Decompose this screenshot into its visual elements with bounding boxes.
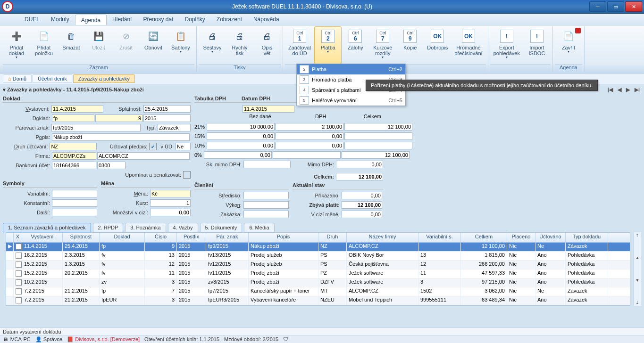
konst-field[interactable]	[52, 199, 97, 207]
bank-a[interactable]	[52, 162, 96, 169]
gh-15[interactable]: Typ dokladu	[566, 233, 608, 242]
parznak-field[interactable]	[51, 124, 141, 131]
gh-1[interactable]: X	[14, 233, 22, 242]
gtab-5[interactable]: 6. Média	[244, 223, 274, 232]
dalsi-field[interactable]	[52, 209, 97, 216]
mimo-dph[interactable]	[336, 161, 383, 168]
dd-Platba[interactable]: 2PlatbaCtrl+2	[297, 64, 405, 74]
collapse-icon[interactable]: ▾	[3, 87, 7, 92]
gh-2[interactable]: Vystavení	[22, 233, 63, 242]
menu-zobrazení[interactable]: Zobrazení	[211, 14, 248, 25]
gh-12[interactable]: Celkem	[461, 233, 507, 242]
doklad-a[interactable]	[52, 114, 94, 122]
popis-field[interactable]	[52, 133, 190, 141]
ribbon-sestavy[interactable]: 🖨Sestavy▾	[199, 26, 226, 64]
dd-Haléřové vyrovnání[interactable]: 5Haléřové vyrovnáníCtrl+5	[297, 95, 405, 106]
menu-přenosy dat[interactable]: Přenosy dat	[137, 14, 179, 25]
firma-a[interactable]	[52, 152, 96, 160]
gh-8[interactable]: Popis	[249, 233, 318, 242]
vud-field[interactable]	[176, 143, 191, 150]
gh-14[interactable]: Účtováno	[535, 233, 566, 242]
ribbon-import[interactable]: !ImportISDOC	[523, 26, 551, 64]
menu-moduly[interactable]: Moduly	[45, 14, 75, 25]
breadcrumb-1[interactable]: Účetní deník	[33, 74, 72, 83]
table-row[interactable]: 10.2.2015zv32015zv3/2015Prodej zbožíDZFV…	[6, 278, 630, 287]
minimize-button[interactable]: ─	[589, 1, 606, 12]
ribbon-smazat[interactable]: 🗑Smazat	[58, 26, 85, 64]
table-row[interactable]: ▶11.4.201525.4.2015fp92015fp9/2015Nákup …	[6, 243, 630, 252]
splatnost-field[interactable]	[143, 105, 191, 113]
celkem-field[interactable]	[336, 173, 383, 180]
ribbon-kurzove[interactable]: Ctrl7Kurzovérozdíly▾	[369, 26, 396, 64]
ribbon-zauctovat[interactable]: Ctrl1Zaúčtovatdo ÚD	[285, 26, 314, 64]
close-button[interactable]: ✕	[625, 1, 642, 12]
breadcrumb-2[interactable]: Závazky a pohledávky	[73, 74, 135, 83]
grid-scrollbar[interactable]: ⤒▲▼⤓	[633, 232, 641, 306]
gh-6[interactable]: Postfix	[177, 233, 206, 242]
ribbon-kopie[interactable]: Ctrl9Kopie	[396, 26, 424, 64]
ribbon-zavrit[interactable]: 📄Zavřít▾	[555, 26, 582, 64]
ribbon-sablony[interactable]: 📋Šablony▾	[167, 26, 194, 64]
table-row[interactable]: 16.2.20152.3.2015fv132015fv13/2015Prodej…	[6, 252, 630, 261]
doklad-b[interactable]	[95, 114, 142, 122]
table-row[interactable]: 15.2.20151.3.2015fv122015fv12/2015Prodej…	[6, 261, 630, 270]
gh-11[interactable]: Variabilní s.	[418, 233, 461, 242]
kurz-field[interactable]	[150, 199, 191, 207]
record-nav[interactable]: |◀◀▶▶|	[606, 87, 641, 93]
ribbon-rychly-tisk[interactable]: 🖨Rychlýtisk	[226, 26, 253, 64]
upominat-check[interactable]	[183, 171, 191, 179]
bank-b[interactable]	[97, 162, 125, 169]
app-icon: D	[2, 1, 13, 12]
gtab-1[interactable]: 2. RPDP	[93, 223, 124, 232]
datum-dph[interactable]	[243, 105, 294, 113]
stredisko-field[interactable]	[243, 192, 289, 199]
gh-4[interactable]: Doklad	[100, 233, 145, 242]
mnozstvi-field[interactable]	[150, 209, 191, 216]
zbyva-field[interactable]	[342, 201, 382, 209]
ribbon-opis-vet[interactable]: 🖨Opisvět	[253, 26, 281, 64]
zakazka-field[interactable]	[243, 211, 289, 218]
ribbon-platba[interactable]: Ctrl2Platba▾	[314, 26, 342, 64]
gh-9[interactable]: Druh	[318, 233, 347, 242]
table-row[interactable]: 7.2.201521.2.2015fpEUR32015fpEUR3/2015Vy…	[6, 296, 630, 305]
gh-0[interactable]	[6, 233, 14, 242]
gtab-0[interactable]: 1. Seznam závazků a pohledávek	[3, 223, 91, 232]
gtab-4[interactable]: 5. Dokumenty	[200, 223, 243, 232]
grid-tabs: 1. Seznam závazků a pohledávek2. RPDP3. …	[0, 221, 644, 232]
gh-3[interactable]: Splatnost	[63, 233, 100, 242]
maximize-button[interactable]: ▭	[607, 1, 624, 12]
vystaveni-field[interactable]	[51, 105, 103, 113]
prik-field[interactable]	[342, 192, 382, 199]
mena-field[interactable]	[150, 190, 191, 197]
menu-duel[interactable]: DUEL	[19, 14, 45, 25]
gtab-2[interactable]: 3. Poznámka	[125, 223, 166, 232]
ribbon-export[interactable]: !Exportpohledávek▾	[490, 26, 523, 64]
menu-nápověda[interactable]: Nápověda	[248, 14, 285, 25]
menu-hledání[interactable]: Hledání	[107, 14, 137, 25]
ribbon-zalohy[interactable]: Ctrl6Zálohy	[342, 26, 369, 64]
druh-field[interactable]	[50, 143, 97, 150]
doklad-c[interactable]	[143, 114, 191, 122]
gtab-3[interactable]: 4. Vazby	[168, 223, 198, 232]
gh-10[interactable]: Název firmy	[347, 233, 418, 242]
table-row[interactable]: 7.2.201521.2.2015fp72015fp7/2015Kancelář…	[6, 287, 630, 296]
gh-13[interactable]: Placeno	[507, 233, 535, 242]
ribbon-obnovit[interactable]: 🔄Obnovit	[140, 26, 167, 64]
vykon-field[interactable]	[243, 201, 289, 209]
sk-mimo[interactable]	[243, 161, 291, 168]
ribbon-hromadne[interactable]: OKHromadnépřečíslování	[451, 26, 485, 64]
menu-doplňky[interactable]: Doplňky	[179, 14, 211, 25]
gh-7[interactable]: Pár. znak	[206, 233, 249, 242]
breadcrumb-0[interactable]: Domů	[3, 74, 32, 83]
ribbon-pridat-polozku[interactable]: 📄Přidatpoložku	[30, 26, 58, 64]
menu-agenda[interactable]: Agenda	[75, 15, 107, 25]
table-row[interactable]: 15.2.201520.2.2015fv112015fv11/2015Prode…	[6, 270, 630, 278]
cizi-field[interactable]	[342, 211, 382, 218]
ribbon-pridat-doklad[interactable]: ➕Přidatdoklad▾	[3, 26, 30, 64]
typ-field[interactable]	[158, 124, 191, 131]
ribbon-dobropis[interactable]: OKDobropis	[424, 26, 451, 64]
var-field[interactable]	[52, 190, 97, 197]
firma-b[interactable]	[97, 152, 190, 160]
gh-5[interactable]: Číslo	[145, 233, 177, 242]
uctpred-check[interactable]: ✔	[149, 143, 156, 150]
